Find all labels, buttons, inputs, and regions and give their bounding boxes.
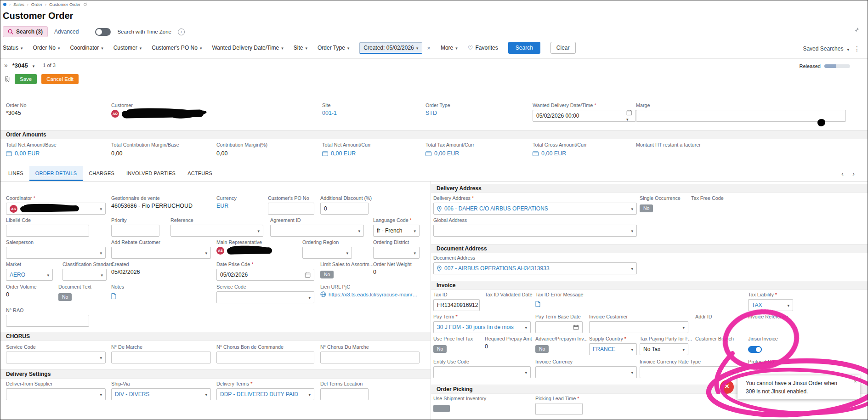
rebate-customer-select[interactable] — [111, 247, 211, 259]
limit-sales-badge[interactable]: No — [320, 271, 334, 278]
filter-wanted-date[interactable]: Wanted Delivery Date/Time — [212, 45, 283, 51]
breadcrumb-sales[interactable]: Sales — [13, 2, 24, 7]
calendar-icon[interactable] — [573, 324, 579, 330]
deliver-from-supplier-select[interactable] — [6, 388, 106, 400]
ordering-district-select[interactable] — [373, 247, 420, 259]
use-shipment-inventory-badge[interactable] — [433, 405, 450, 412]
tab-order-details[interactable]: ORDER DETAILS — [29, 166, 83, 181]
libelle-input[interactable] — [6, 225, 89, 237]
chevron-down-icon[interactable] — [33, 61, 35, 69]
tax-id-input[interactable]: FR13420916912 — [433, 299, 480, 311]
filter-order-no[interactable]: Order No — [33, 45, 60, 51]
delivery-address-select[interactable]: 006 - DAHER C/O AIRBUS OPERATIONS — [433, 203, 637, 215]
search-toggle-button[interactable]: Search (3) — [3, 26, 48, 37]
wanted-date-input[interactable]: 05/02/2026 00:00 — [533, 110, 636, 122]
chorus-service-select[interactable] — [6, 352, 106, 363]
advance-prepaym-badge[interactable]: No — [535, 345, 549, 353]
filter-coordinator[interactable]: Coordinator — [70, 45, 103, 51]
calendar-icon[interactable] — [305, 272, 311, 278]
service-code-select[interactable] — [216, 291, 314, 303]
favorites-button[interactable]: Favorites — [468, 45, 498, 51]
invoice-currency-select[interactable] — [535, 366, 637, 378]
jinsui-invoice-toggle[interactable] — [748, 346, 762, 353]
ordering-region-select[interactable] — [302, 247, 352, 259]
filter-site[interactable]: Site — [294, 45, 307, 51]
pay-term-select[interactable]: 30 J FDM - 30 jours fin de mois — [433, 321, 531, 333]
marge-input[interactable] — [636, 110, 846, 122]
ship-via-select[interactable]: DIV - DIVERS — [111, 388, 211, 400]
filter-order-type[interactable]: Order Type — [318, 45, 349, 51]
market-select[interactable]: AERO — [6, 269, 53, 281]
filter-status[interactable]: Status — [3, 45, 23, 51]
document-address-select[interactable]: 007 - AIRBUS OPERATIONS AH34313933 — [433, 262, 637, 274]
document-icon[interactable] — [111, 293, 116, 299]
entity-use-code-select[interactable] — [433, 366, 531, 378]
filter-customer[interactable]: Customer — [113, 45, 142, 51]
language-select[interactable]: fr - French — [373, 225, 420, 237]
site-value[interactable]: 001-1 — [322, 110, 337, 116]
tab-scroll-right-icon[interactable] — [852, 170, 855, 178]
supply-country-select[interactable]: FRANCE — [589, 343, 637, 355]
global-address-select[interactable] — [433, 225, 637, 237]
tab-lines[interactable]: LINES — [2, 166, 29, 181]
clear-button[interactable]: Clear — [550, 42, 576, 54]
tax-paying-party-select[interactable]: No Tax — [640, 343, 688, 355]
chorus-du-marche-input[interactable] — [320, 352, 420, 363]
priority-input[interactable] — [111, 225, 159, 237]
del-terms-location-input[interactable] — [320, 388, 369, 400]
filter-customers-po[interactable]: Customer's PO No — [152, 45, 202, 51]
amount-value[interactable]: 0,00 EUR — [15, 150, 40, 157]
toast-close-icon[interactable] — [853, 377, 857, 385]
advanced-search-link[interactable]: Advanced — [54, 28, 79, 35]
amount-value[interactable]: 0,00 EUR — [331, 150, 356, 157]
reference-select[interactable] — [170, 225, 263, 237]
remove-filter-button[interactable] — [427, 44, 431, 52]
kebab-menu-icon[interactable] — [854, 45, 860, 53]
pin-icon[interactable] — [854, 27, 859, 32]
attachment-icon[interactable] — [4, 75, 10, 83]
breadcrumb-order[interactable]: Order — [31, 2, 42, 7]
expand-panel-icon[interactable] — [4, 61, 8, 69]
amount-value[interactable]: 0,00 EUR — [541, 150, 566, 157]
customer-po-input[interactable] — [268, 203, 314, 215]
tab-charges[interactable]: CHARGES — [83, 166, 120, 181]
cancel-edit-button[interactable]: Cancel Edit — [41, 74, 79, 84]
agreement-select[interactable] — [270, 225, 364, 237]
tab-scroll-left-icon[interactable] — [841, 170, 844, 178]
lien-url-link[interactable]: https://x3.ts.eads.lcl/syracuse-main/htm… — [329, 292, 420, 297]
salesperson-select[interactable] — [6, 247, 106, 259]
tab-involved-parties[interactable]: INVOLVED PARTIES — [120, 166, 182, 181]
order-type-value[interactable]: STD — [425, 110, 450, 116]
picking-lead-time-input[interactable] — [535, 403, 583, 415]
currency-value[interactable]: EUR — [216, 203, 237, 209]
filter-more[interactable]: More — [441, 45, 458, 51]
rao-input[interactable] — [6, 315, 89, 327]
info-icon[interactable] — [178, 28, 185, 35]
coordinator-select[interactable]: AS — [6, 203, 106, 215]
refresh-icon[interactable] — [83, 2, 87, 6]
saved-searches[interactable]: Saved Searches — [803, 45, 849, 53]
pay-term-base-date-input[interactable] — [535, 321, 583, 333]
filter-created-chip[interactable]: Created: 05/02/2026 — [359, 42, 422, 54]
classification-select[interactable] — [62, 269, 107, 281]
use-price-incl-tax-badge[interactable]: No — [433, 345, 447, 353]
calendar-icon[interactable] — [626, 110, 632, 122]
date-prise-input[interactable]: 05/02/2026 — [216, 269, 314, 281]
chorus-bon-input[interactable] — [216, 352, 314, 363]
record-id[interactable]: *3045 — [12, 62, 28, 69]
tab-acteurs[interactable]: ACTEURS — [182, 166, 218, 181]
search-button[interactable]: Search — [508, 42, 540, 54]
breadcrumb-customer-order[interactable]: Customer Order — [49, 2, 80, 7]
chorus-marche-input[interactable] — [111, 352, 211, 363]
discount-input[interactable]: 0 — [320, 203, 369, 215]
invoice-customer-select[interactable] — [589, 321, 688, 333]
tax-liability-select[interactable]: TAX — [748, 299, 793, 311]
timezone-toggle[interactable] — [95, 28, 111, 36]
invoice-currency-rate-type-select[interactable] — [640, 366, 738, 378]
single-occurrence-badge[interactable]: No — [640, 204, 653, 212]
delivery-terms-select[interactable]: DDP - DELIVERED DUTY PAID — [216, 388, 314, 400]
amount-value[interactable]: 0,00 EUR — [434, 150, 459, 157]
save-button[interactable]: Save — [15, 74, 37, 84]
document-icon[interactable] — [535, 301, 540, 307]
document-text-badge[interactable]: No — [58, 293, 72, 301]
